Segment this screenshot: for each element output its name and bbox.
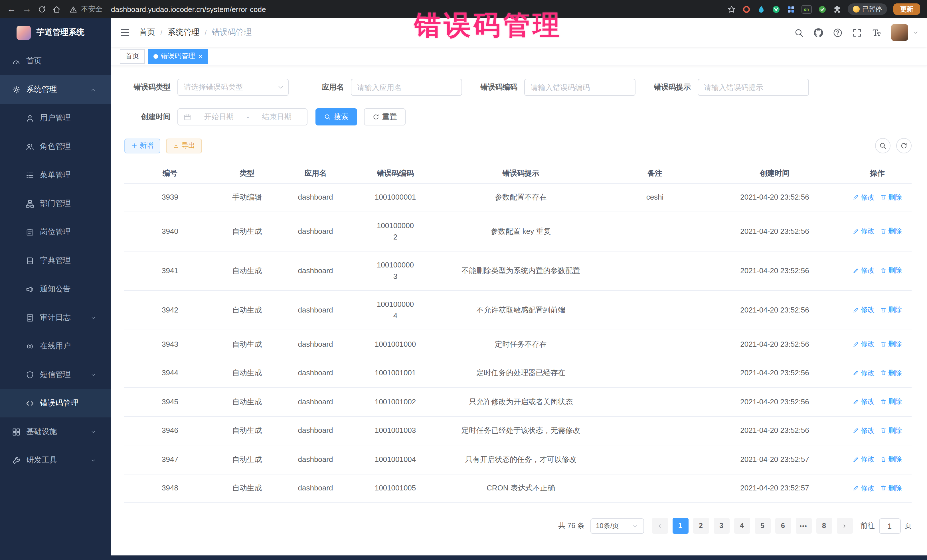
edit-link[interactable]: 修改 — [853, 226, 874, 237]
browser-home-icon[interactable] — [53, 5, 61, 14]
tab-home[interactable]: 首页 — [120, 49, 145, 64]
date-range-picker[interactable]: 开始日期 - 结束日期 — [178, 108, 307, 126]
reset-button[interactable]: 重置 — [364, 108, 406, 126]
filter-row-2: 创建时间 开始日期 - 结束日期 搜索 重置 — [125, 108, 912, 126]
sidebar-item-role[interactable]: 角色管理 — [0, 132, 111, 161]
page-button-6[interactable]: 6 — [775, 518, 791, 534]
delete-link[interactable]: 删除 — [880, 367, 902, 378]
page-size-select[interactable]: 10条/页 — [590, 518, 644, 533]
edit-link[interactable]: 修改 — [853, 338, 874, 349]
table-row: 3946自动生成dashboard1001001003定时任务已经处于该状态，无… — [125, 416, 912, 445]
github-icon[interactable] — [813, 28, 823, 37]
sidebar-item-error-code[interactable]: 错误码管理 — [0, 389, 111, 417]
error-code-field — [524, 79, 635, 96]
cell-type: 自动生成 — [216, 474, 278, 503]
browser-refresh-icon[interactable] — [38, 5, 46, 14]
delete-link[interactable]: 删除 — [880, 482, 902, 493]
sidebar-item-notice[interactable]: 通知公告 — [0, 275, 111, 304]
close-tab-icon[interactable]: × — [199, 52, 202, 60]
extension-icon-green-check[interactable] — [772, 5, 780, 14]
delete-link[interactable]: 删除 — [880, 226, 902, 237]
error-hint-input[interactable] — [704, 83, 802, 91]
error-hint-field — [698, 79, 809, 96]
paused-badge[interactable]: 已暂停 — [847, 3, 887, 15]
error-code-table: 编号类型应用名错误码编码错误码提示备注创建时间操作 3939手动编辑dashbo… — [125, 164, 912, 503]
edit-link[interactable]: 修改 — [853, 453, 874, 465]
sidebar-item-infra[interactable]: 基础设施 — [0, 417, 111, 446]
address-bar[interactable]: 不安全 dashboard.yudao.iocoder.cn/system/er… — [70, 4, 721, 14]
page-ellipsis[interactable]: ••• — [795, 518, 812, 534]
sidebar-item-label: 字典管理 — [40, 255, 71, 266]
sidebar-item-menu[interactable]: 菜单管理 — [0, 161, 111, 189]
cell-hint: 不允许获取敏感配置到前端 — [438, 291, 603, 330]
edit-link[interactable]: 修改 — [853, 304, 874, 316]
next-page-button[interactable] — [837, 518, 853, 534]
delete-link[interactable]: 删除 — [880, 425, 902, 436]
extension-icon-drop[interactable] — [757, 5, 765, 14]
page-button-1[interactable]: 1 — [672, 518, 688, 534]
page-button-5[interactable]: 5 — [754, 518, 770, 534]
sidebar-item-audit-log[interactable]: 审计日志 — [0, 304, 111, 332]
delete-link[interactable]: 删除 — [880, 338, 902, 349]
edit-link[interactable]: 修改 — [853, 191, 874, 203]
browser-back-icon[interactable]: ← — [7, 5, 16, 14]
sidebar-item-home[interactable]: 首页 — [0, 47, 111, 75]
font-size-icon[interactable] — [872, 28, 881, 37]
page-button-4[interactable]: 4 — [734, 518, 750, 534]
delete-link[interactable]: 删除 — [880, 191, 902, 203]
extension-icon-red[interactable] — [742, 5, 751, 14]
search-button[interactable]: 搜索 — [316, 108, 357, 126]
search-icon[interactable] — [794, 28, 804, 37]
cell-type: 自动生成 — [216, 212, 278, 251]
filter-form: 错误码类型 请选择错误码类型 应用名 错误码编码 — [125, 79, 912, 126]
error-type-select[interactable]: 请选择错误码类型 — [178, 79, 289, 96]
sidebar-item-online-user[interactable]: 在线用户 — [0, 332, 111, 360]
edit-link[interactable]: 修改 — [853, 367, 874, 378]
edit-link[interactable]: 修改 — [853, 482, 874, 493]
sidebar-item-user[interactable]: 用户管理 — [0, 104, 111, 132]
avatar[interactable] — [891, 24, 908, 41]
app-logo[interactable]: 芋道管理系统 — [0, 18, 111, 47]
chevron-down-icon[interactable] — [913, 30, 918, 35]
refresh-table-button[interactable] — [896, 138, 912, 153]
sidebar-collapse-button[interactable] — [120, 27, 130, 38]
sidebar-item-sms[interactable]: 短信管理 — [0, 360, 111, 389]
sidebar-item-dict[interactable]: 字典管理 — [0, 246, 111, 275]
sidebar-item-dept[interactable]: 部门管理 — [0, 189, 111, 218]
edit-link[interactable]: 修改 — [853, 396, 874, 407]
extension-icon-blue-grid[interactable] — [786, 5, 795, 14]
cell-hint: 参数配置不存在 — [438, 183, 603, 212]
browser-update-button[interactable]: 更新 — [894, 3, 920, 15]
fullscreen-icon[interactable] — [852, 28, 862, 37]
edit-link[interactable]: 修改 — [853, 265, 874, 276]
breadcrumb-system[interactable]: 系统管理 — [167, 27, 199, 38]
delete-link[interactable]: 删除 — [880, 304, 902, 316]
extensions-puzzle-icon[interactable] — [833, 5, 841, 14]
delete-link[interactable]: 删除 — [880, 265, 902, 276]
goto-page-input[interactable] — [879, 518, 900, 533]
tab-error-code[interactable]: 错误码管理× — [148, 49, 208, 64]
extension-icon-on-badge[interactable]: on — [801, 5, 812, 14]
page-button-2[interactable]: 2 — [693, 518, 709, 534]
app-name-input[interactable] — [357, 83, 456, 91]
breadcrumb-home[interactable]: 首页 — [139, 27, 155, 38]
error-code-input[interactable] — [530, 83, 629, 91]
page-button-8[interactable]: 8 — [816, 518, 832, 534]
browser-forward-icon[interactable]: → — [22, 5, 31, 14]
delete-link[interactable]: 删除 — [880, 453, 902, 465]
page-button-3[interactable]: 3 — [713, 518, 729, 534]
edit-link[interactable]: 修改 — [853, 425, 874, 436]
breadcrumb-current: 错误码管理 — [212, 27, 252, 38]
extension-icon-green[interactable] — [818, 5, 826, 14]
pagination: 共 76 条 10条/页 123456•••8 前往 页 — [125, 518, 912, 534]
export-button[interactable]: 导出 — [166, 138, 202, 153]
sidebar-item-dev-tools[interactable]: 研发工具 — [0, 446, 111, 475]
toggle-search-button[interactable] — [875, 138, 891, 153]
bookmark-star-icon[interactable] — [727, 5, 736, 14]
help-icon[interactable] — [833, 28, 843, 37]
add-button[interactable]: 新增 — [125, 138, 160, 153]
delete-link[interactable]: 删除 — [880, 396, 902, 407]
sidebar-item-post[interactable]: 岗位管理 — [0, 218, 111, 246]
sidebar-item-system[interactable]: 系统管理 — [0, 75, 111, 104]
prev-page-button[interactable] — [652, 518, 668, 534]
